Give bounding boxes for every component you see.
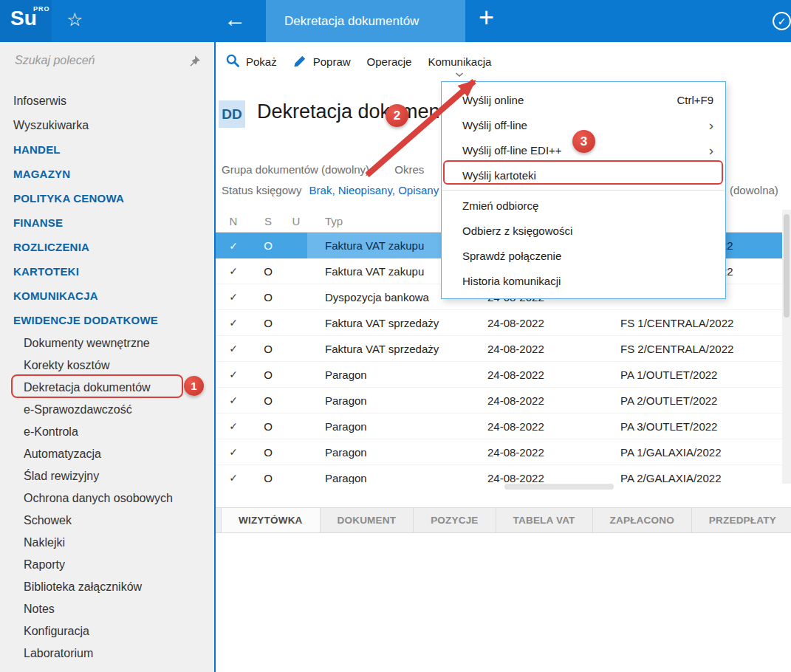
menu-item-historia-komunikacji[interactable]: Historia komunikacji bbox=[442, 268, 725, 293]
detail-panel: OK FZ 1/CENTRALA/2022 14-08-2022•Faktura… bbox=[216, 533, 791, 672]
menu-item-label: Sprawdź połączenie bbox=[462, 250, 713, 262]
annotation-step-1-badge: 1 bbox=[184, 376, 204, 396]
sidebar-item-e-kontrola[interactable]: e-Kontrola bbox=[0, 421, 214, 443]
menu-item-wyślij-kartoteki[interactable]: Wyślij kartoteki bbox=[442, 162, 725, 188]
table-row[interactable]: ✓OParagon24-08-2022PA 2/GALAXIA/2022 bbox=[216, 465, 791, 484]
cell-n: ✓ bbox=[216, 394, 251, 406]
sidebar-item-handel[interactable]: HANDEL bbox=[0, 137, 214, 162]
tab-dokument[interactable]: DOKUMENT bbox=[321, 508, 414, 532]
cell-num: FS 2/CENTRALA/2022 bbox=[620, 343, 791, 355]
table-row[interactable]: ✓OParagon24-08-2022PA 1/GALAXIA/2022 bbox=[216, 439, 791, 465]
tab-wizytówka[interactable]: WIZYTÓWKA bbox=[221, 508, 321, 532]
sidebar-item-korekty-kosztów[interactable]: Korekty kosztów bbox=[0, 354, 214, 377]
sidebar: Szukaj poleceń InfoserwisWyszukiwarkaHAN… bbox=[0, 42, 214, 672]
page-title: Dekretacja dokumentów bbox=[257, 100, 471, 123]
komunikacja-menu: Wyślij onlineCtrl+F9Wyślij off-line›Wyśl… bbox=[441, 81, 726, 299]
tab-tabela-vat[interactable]: TABELA VAT bbox=[496, 508, 593, 532]
popraw-button[interactable]: Popraw bbox=[285, 42, 359, 81]
cell-s: O bbox=[251, 368, 285, 381]
sidebar-item-ochrona-danych-osobowych[interactable]: Ochrona danych osobowych bbox=[0, 487, 214, 510]
sidebar-item-automatyzacja[interactable]: Automatyzacja bbox=[0, 443, 214, 465]
sidebar-item-schowek[interactable]: Schowek bbox=[0, 510, 214, 532]
table-row[interactable]: ✓OParagon24-08-2022PA 3/OUTLET/2022 bbox=[216, 414, 791, 439]
sidebar-item-laboratorium[interactable]: Laboratorium bbox=[0, 642, 214, 665]
sidebar-item-raporty[interactable]: Raporty bbox=[0, 554, 214, 576]
menu-item-label: Zmień odbiorcę bbox=[462, 199, 713, 212]
sidebar-item-ewidencje-dodatkowe[interactable]: EWIDENCJE DODATKOWE bbox=[0, 308, 214, 332]
komunikacja-button[interactable]: Komunikacja bbox=[420, 42, 499, 81]
cell-num: PA 2/GALAXIA/2022 bbox=[620, 472, 791, 484]
command-search[interactable]: Szukaj poleceń bbox=[0, 42, 214, 81]
favorites-star-icon[interactable]: ☆ bbox=[66, 9, 83, 30]
sidebar-item-magazyn[interactable]: MAGAZYN bbox=[0, 162, 214, 186]
new-tab-icon[interactable]: + bbox=[479, 2, 494, 33]
filter-status-value[interactable]: Brak, Nieopisany, Opisany bbox=[309, 184, 439, 196]
sidebar-item-infoserwis[interactable]: Infoserwis bbox=[0, 89, 214, 113]
vertical-scrollbar[interactable] bbox=[782, 210, 791, 484]
operacje-button[interactable]: Operacje bbox=[359, 42, 420, 81]
application-window: Su PRO ☆ ← Dekretacja dokumentów + ✓ Szu… bbox=[0, 0, 791, 672]
tab-zapłacono[interactable]: ZAPŁACONO bbox=[593, 508, 692, 532]
cell-type: Paragon bbox=[307, 446, 470, 459]
header-s[interactable]: S bbox=[251, 215, 285, 227]
table-row[interactable]: ✓OFaktura VAT sprzedaży24-08-2022FS 1/CE… bbox=[216, 310, 791, 336]
sidebar-item-biblioteka-załączników[interactable]: Biblioteka załączników bbox=[0, 576, 214, 598]
filter-category-value[interactable]: (dowolna) bbox=[730, 184, 778, 196]
table-row[interactable]: ✓OFaktura VAT sprzedaży24-08-2022FS 2/CE… bbox=[216, 336, 791, 362]
header-n[interactable]: N bbox=[216, 215, 251, 227]
tab-przedpłaty[interactable]: PRZEDPŁATY bbox=[692, 508, 791, 532]
table-row[interactable]: ✓OParagon24-08-2022PA 2/OUTLET/2022 bbox=[216, 388, 791, 414]
pokaz-label: Pokaż bbox=[246, 55, 277, 68]
sidebar-item-finanse[interactable]: FINANSE bbox=[0, 210, 214, 235]
app-logo[interactable]: Su PRO bbox=[0, 0, 52, 42]
cell-s: O bbox=[251, 446, 285, 459]
menu-item-label: Wyślij off-line bbox=[462, 119, 709, 131]
tab-pozycje[interactable]: POZYCJE bbox=[414, 508, 496, 532]
search-icon bbox=[225, 53, 240, 70]
detail-tabs: WIZYTÓWKADOKUMENTPOZYCJETABELA VATZAPŁAC… bbox=[216, 507, 791, 533]
horizontal-scrollbar-thumb[interactable] bbox=[504, 484, 614, 490]
cell-s: O bbox=[251, 239, 285, 252]
sidebar-item-konfiguracja[interactable]: Konfiguracja bbox=[0, 620, 214, 642]
cell-date: 24-08-2022 bbox=[470, 343, 620, 355]
cell-num: PA 1/OUTLET/2022 bbox=[620, 368, 791, 381]
sidebar-item-komunikacja[interactable]: KOMUNIKACJA bbox=[0, 284, 214, 308]
sidebar-item-polityka-cenowa[interactable]: POLITYKA CENOWA bbox=[0, 186, 214, 210]
sidebar-item-kartoteki[interactable]: KARTOTEKI bbox=[0, 259, 214, 284]
cell-n: ✓ bbox=[216, 446, 251, 458]
cell-date: 24-08-2022 bbox=[470, 446, 620, 459]
vertical-scrollbar-thumb[interactable] bbox=[784, 214, 790, 318]
table-row[interactable]: ✓OParagon24-08-2022PA 1/OUTLET/2022 bbox=[216, 362, 791, 388]
header-u[interactable]: U bbox=[285, 215, 307, 227]
sidebar-item-naklejki[interactable]: Naklejki bbox=[0, 532, 214, 554]
cell-type: Paragon bbox=[307, 368, 470, 381]
status-check-icon[interactable]: ✓ bbox=[773, 12, 791, 30]
menu-item-sprawdź-połączenie[interactable]: Sprawdź połączenie bbox=[442, 243, 725, 268]
menu-item-odbierz-z-księgowości[interactable]: Odbierz z księgowości bbox=[442, 218, 725, 243]
cell-s: O bbox=[251, 420, 285, 433]
filter-row-1: Grupa dokumentów (dowolny) Okres bbox=[222, 163, 424, 176]
filter-group[interactable]: Grupa dokumentów (dowolny) bbox=[222, 163, 369, 176]
sidebar-item-dokumenty-wewnętrzne[interactable]: Dokumenty wewnętrzne bbox=[0, 332, 214, 354]
cell-type: Paragon bbox=[307, 472, 470, 484]
check-glyph: ✓ bbox=[778, 16, 787, 27]
sidebar-item-rozliczenia[interactable]: ROZLICZENIA bbox=[0, 235, 214, 259]
cell-n: ✓ bbox=[216, 343, 251, 354]
sidebar-item-wyszukiwarka[interactable]: Wyszukiwarka bbox=[0, 113, 214, 137]
pin-icon[interactable] bbox=[188, 55, 201, 71]
filter-period[interactable]: Okres bbox=[394, 163, 424, 176]
back-arrow-icon[interactable]: ← bbox=[224, 7, 246, 32]
sidebar-item-dekretacja-dokumentów[interactable]: Dekretacja dokumentów bbox=[0, 377, 214, 399]
pokaz-button[interactable]: Pokaż bbox=[217, 42, 285, 81]
cell-type: Paragon bbox=[307, 420, 470, 433]
sidebar-item-notes[interactable]: Notes bbox=[0, 598, 214, 620]
sidebar-item-ślad-rewizyjny[interactable]: Ślad rewizyjny bbox=[0, 465, 214, 487]
cell-s: O bbox=[251, 394, 285, 407]
cell-type: Faktura VAT sprzedaży bbox=[307, 317, 470, 329]
sidebar-item-e-sprawozdawczość[interactable]: e-Sprawozdawczość bbox=[0, 399, 214, 421]
menu-item-wyślij-online[interactable]: Wyślij onlineCtrl+F9 bbox=[442, 87, 725, 112]
active-tab[interactable]: Dekretacja dokumentów bbox=[266, 0, 465, 42]
menu-item-label: Wyślij online bbox=[462, 94, 677, 106]
cell-type: Paragon bbox=[307, 394, 470, 407]
menu-item-zmień-odbiorcę[interactable]: Zmień odbiorcę bbox=[442, 193, 725, 218]
